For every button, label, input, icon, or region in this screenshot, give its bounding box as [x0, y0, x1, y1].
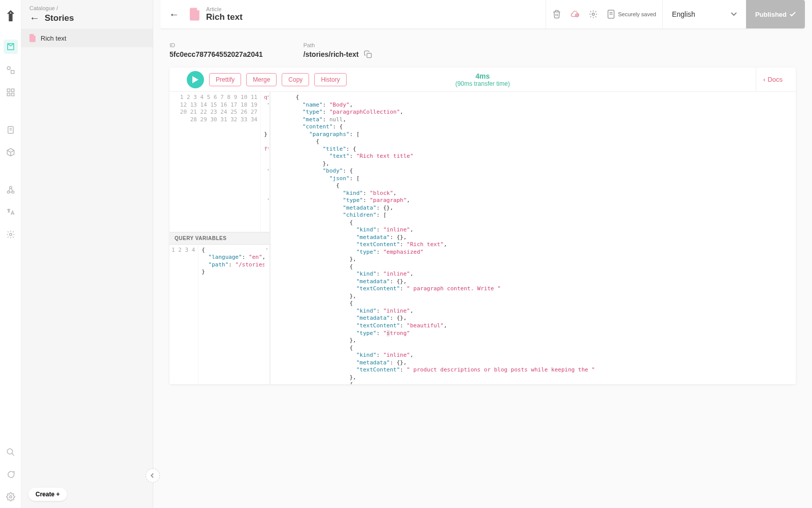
breadcrumb[interactable]: Catalogue /	[29, 5, 145, 11]
nav-chat-icon[interactable]	[5, 468, 17, 481]
chevron-down-icon	[731, 12, 737, 16]
main-panel: ← Article Rich text Securely saved Engli…	[153, 0, 812, 508]
svg-point-0	[7, 66, 10, 70]
sidebar: Catalogue / ← Stories Rich text Create +	[21, 0, 153, 508]
nav-shapes-icon[interactable]	[5, 64, 17, 76]
sidebar-item-rich-text[interactable]: Rich text	[21, 29, 153, 47]
trash-icon[interactable]	[552, 10, 561, 19]
merge-button[interactable]: Merge	[246, 73, 277, 86]
svg-rect-2	[7, 89, 10, 91]
nav-settings-gear-icon[interactable]	[5, 228, 17, 241]
create-button[interactable]: Create +	[28, 488, 67, 501]
saved-indicator: Securely saved	[607, 10, 656, 19]
nav-search-icon[interactable]	[5, 446, 17, 458]
language-select[interactable]: English	[662, 0, 746, 28]
nav-gear-icon[interactable]	[5, 491, 17, 503]
svg-rect-4	[7, 93, 10, 96]
sidebar-title: Stories	[45, 13, 74, 23]
svg-rect-1	[11, 71, 14, 74]
nav-catalogue-icon[interactable]	[4, 40, 18, 54]
nav-box-icon[interactable]	[5, 146, 17, 158]
topbar-kicker: Article	[206, 6, 243, 12]
run-query-button[interactable]	[187, 71, 204, 88]
back-arrow-icon[interactable]: ←	[29, 12, 40, 24]
document-icon	[29, 34, 37, 42]
page-title: Rich text	[206, 12, 243, 22]
nav-orders-icon[interactable]	[5, 124, 17, 136]
query-editor[interactable]: 1 2 3 4 5 6 7 8 9 10 11 12 13 14 15 16 1…	[170, 92, 269, 232]
svg-rect-3	[11, 89, 14, 91]
meta-path: Path /stories/rich-text	[303, 42, 372, 58]
sidebar-item-label: Rich text	[41, 35, 66, 42]
docs-link[interactable]: Docs	[756, 67, 790, 91]
result-viewer[interactable]: { "name": "Body", "type": "paragraphColl…	[270, 92, 796, 384]
nav-rail	[0, 0, 21, 508]
svg-rect-5	[11, 93, 14, 96]
prettify-button[interactable]: Prettify	[209, 73, 241, 86]
publish-button[interactable]: Published	[746, 0, 805, 28]
history-button[interactable]: History	[314, 73, 346, 86]
nav-grid-icon[interactable]	[5, 86, 17, 98]
query-variables-header[interactable]: QUERY VARIABLES	[170, 232, 269, 245]
copy-icon[interactable]	[364, 50, 372, 58]
nav-translations-icon[interactable]	[5, 206, 17, 218]
nav-webhooks-icon[interactable]	[5, 184, 17, 196]
timing-indicator: 4ms (90ms transfer time)	[455, 72, 510, 87]
app-logo	[5, 9, 16, 22]
document-icon	[190, 8, 201, 21]
graphiql-panel: Prettify Merge Copy History 4ms (90ms tr…	[170, 67, 796, 384]
copy-button[interactable]: Copy	[282, 73, 309, 86]
settings-icon[interactable]	[589, 10, 598, 19]
topbar: ← Article Rich text Securely saved Engli…	[160, 0, 805, 29]
svg-point-14	[592, 13, 594, 16]
svg-rect-16	[367, 53, 371, 58]
svg-point-11	[7, 449, 13, 454]
saved-doc-icon	[607, 10, 615, 19]
meta-id: ID 5fc0ecc787764552027a2041	[170, 42, 263, 58]
graphiql-toolbar: Prettify Merge Copy History 4ms (90ms tr…	[170, 67, 796, 92]
variables-editor[interactable]: 1 2 3 4 { "language": "en", "path": "/st…	[170, 245, 269, 385]
collapse-sidebar-icon[interactable]	[146, 468, 160, 483]
check-icon	[790, 12, 796, 17]
unpublish-icon[interactable]	[570, 10, 580, 19]
svg-point-12	[9, 496, 12, 498]
topbar-back-icon[interactable]: ←	[160, 9, 188, 20]
svg-point-10	[9, 233, 12, 236]
